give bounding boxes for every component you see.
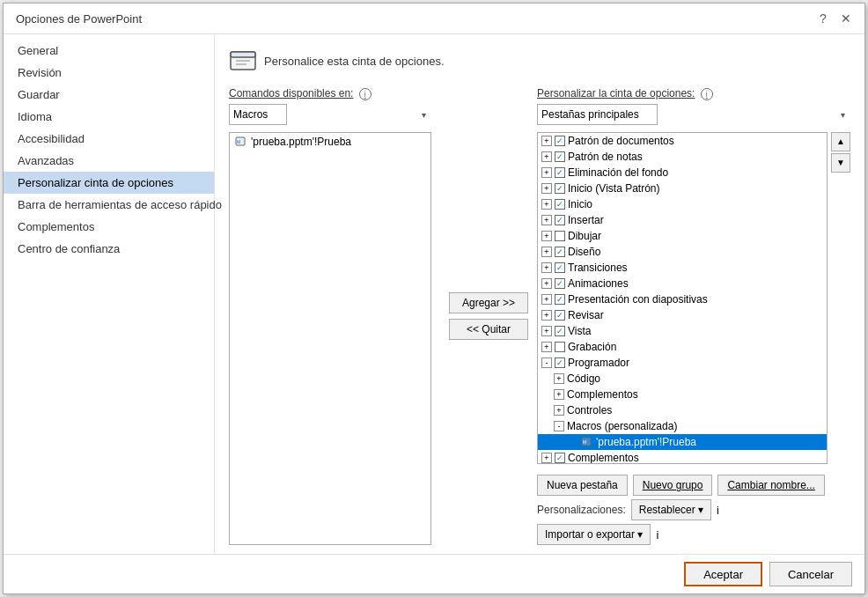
tree-item-complementos2[interactable]: +Complementos bbox=[538, 450, 827, 464]
tree-item-patron_notas[interactable]: +Patrón de notas bbox=[538, 149, 827, 165]
tree-checkbox[interactable] bbox=[555, 262, 565, 273]
left-info-icon[interactable]: i bbox=[359, 88, 371, 100]
tree-item-label: Patrón de notas bbox=[568, 151, 643, 163]
nueva-pestana-button[interactable]: Nueva pestaña bbox=[537, 475, 628, 496]
tree-item-insertar[interactable]: +Insertar bbox=[538, 212, 827, 228]
expand-icon[interactable]: + bbox=[554, 389, 564, 400]
ribbon-tree[interactable]: +Patrón de documentos+Patrón de notas+El… bbox=[537, 132, 828, 464]
help-button[interactable]: ? bbox=[813, 9, 833, 28]
accept-button[interactable]: Aceptar bbox=[684, 562, 762, 586]
tree-checkbox[interactable] bbox=[555, 326, 565, 336]
sidebar-item-revision[interactable]: Revisión bbox=[4, 62, 214, 84]
tree-item-controles[interactable]: +Controles bbox=[538, 402, 827, 418]
cancel-button[interactable]: Cancelar bbox=[769, 562, 852, 586]
tree-item-label: Animaciones bbox=[568, 277, 629, 290]
restablecer-dropdown[interactable]: Restablecer ▾ bbox=[631, 499, 711, 520]
scroll-up-button[interactable]: ▲ bbox=[831, 132, 850, 151]
tree-checkbox[interactable] bbox=[555, 294, 565, 305]
tree-item-macros_custom[interactable]: -Macros (personalizada) bbox=[538, 418, 827, 434]
sidebar-item-avanzadas[interactable]: Avanzadas bbox=[4, 150, 214, 172]
tree-item-presentacion[interactable]: +Presentación con diapositivas bbox=[538, 291, 827, 307]
expand-icon[interactable]: + bbox=[541, 326, 552, 336]
macro-list-item[interactable]: M 'prueba.pptm'!Prueba bbox=[230, 133, 430, 151]
sidebar-item-centro[interactable]: Centro de confianza bbox=[4, 238, 214, 260]
tree-item-label: Complementos bbox=[567, 388, 638, 401]
tree-item-macro_item[interactable]: M'prueba.pptm'!Prueba bbox=[538, 434, 827, 450]
right-col-inner: +Patrón de documentos+Patrón de notas+El… bbox=[537, 132, 850, 469]
tree-item-label: Inicio bbox=[568, 198, 592, 210]
commands-dropdown[interactable]: Macros bbox=[229, 104, 287, 125]
expand-icon[interactable]: + bbox=[541, 262, 552, 273]
nuevo-grupo-button[interactable]: Nuevo grupo bbox=[633, 475, 713, 496]
tree-checkbox[interactable] bbox=[555, 310, 565, 321]
close-button[interactable]: ✕ bbox=[836, 9, 856, 28]
tree-item-vista[interactable]: +Vista bbox=[538, 323, 827, 339]
expand-icon[interactable]: + bbox=[554, 405, 564, 416]
tree-item-label: Diseño bbox=[568, 246, 600, 258]
section-title: Personalice esta cinta de opciones. bbox=[264, 55, 445, 68]
tree-checkbox[interactable] bbox=[555, 247, 565, 257]
tree-checkbox[interactable] bbox=[555, 167, 565, 178]
tree-item-grabacion[interactable]: +Grabación bbox=[538, 339, 827, 355]
sidebar-item-guardar[interactable]: Guardar bbox=[4, 84, 214, 106]
expand-icon[interactable]: + bbox=[541, 247, 552, 257]
tree-checkbox[interactable] bbox=[555, 215, 565, 225]
import-info-icon[interactable]: i bbox=[656, 528, 658, 542]
tree-item-diseno[interactable]: +Diseño bbox=[538, 244, 827, 260]
scroll-down-button[interactable]: ▼ bbox=[831, 153, 850, 173]
tree-item-transiciones[interactable]: +Transiciones bbox=[538, 260, 827, 276]
tree-item-revisar[interactable]: +Revisar bbox=[538, 307, 827, 323]
tree-checkbox[interactable] bbox=[555, 453, 565, 463]
tree-item-complementos_sub[interactable]: +Complementos bbox=[538, 387, 827, 402]
tree-item-animaciones[interactable]: +Animaciones bbox=[538, 276, 827, 291]
expand-icon[interactable]: + bbox=[541, 310, 552, 321]
tree-item-label: Grabación bbox=[568, 341, 616, 353]
expand-icon[interactable]: + bbox=[554, 373, 564, 384]
sidebar-item-barra[interactable]: Barra de herramientas de acceso rápido bbox=[4, 194, 214, 216]
collapse-icon[interactable]: - bbox=[554, 421, 564, 431]
section-header: Personalice esta cinta de opciones. bbox=[229, 47, 850, 75]
tree-item-inicio[interactable]: +Inicio bbox=[538, 196, 827, 212]
tree-checkbox[interactable] bbox=[555, 151, 565, 162]
cambiar-nombre-button[interactable]: Cambiar nombre... bbox=[717, 475, 824, 496]
importar-dropdown[interactable]: Importar o exportar ▾ bbox=[537, 524, 651, 545]
personalizations-info-icon[interactable]: i bbox=[717, 504, 719, 517]
expand-icon[interactable]: + bbox=[541, 342, 552, 352]
tree-checkbox[interactable] bbox=[555, 199, 565, 210]
collapse-icon[interactable]: - bbox=[541, 357, 552, 368]
expand-icon[interactable]: + bbox=[541, 294, 552, 305]
remove-button[interactable]: << Quitar bbox=[449, 319, 528, 340]
tree-checkbox[interactable] bbox=[555, 136, 565, 146]
ribbon-tabs-dropdown[interactable]: Pestañas principales bbox=[537, 104, 658, 125]
sidebar-item-idioma[interactable]: Idioma bbox=[4, 106, 214, 128]
tree-checkbox[interactable] bbox=[555, 342, 565, 352]
sidebar-item-general[interactable]: General bbox=[4, 40, 214, 62]
tree-checkbox[interactable] bbox=[555, 357, 565, 368]
commands-listbox[interactable]: M 'prueba.pptm'!Prueba bbox=[229, 132, 431, 545]
expand-icon[interactable]: + bbox=[541, 215, 552, 225]
expand-icon[interactable]: + bbox=[541, 136, 552, 146]
tree-checkbox[interactable] bbox=[555, 183, 565, 194]
sidebar-item-accesibilidad[interactable]: Accesibilidad bbox=[4, 128, 214, 150]
add-button[interactable]: Agregar >> bbox=[449, 292, 528, 313]
tree-item-inicio_patron[interactable]: +Inicio (Vista Patrón) bbox=[538, 181, 827, 196]
expand-icon[interactable]: + bbox=[541, 167, 552, 178]
tree-checkbox[interactable] bbox=[555, 231, 565, 241]
right-column: Personalizar la cinta de opciones: i Pes… bbox=[537, 87, 850, 545]
right-info-icon[interactable]: i bbox=[701, 88, 713, 100]
sidebar-item-complementos[interactable]: Complementos bbox=[4, 216, 214, 238]
tree-item-patron_doc[interactable]: +Patrón de documentos bbox=[538, 133, 827, 149]
expand-icon[interactable]: + bbox=[541, 231, 552, 241]
expand-icon[interactable]: + bbox=[541, 151, 552, 162]
sidebar-item-personalizar[interactable]: Personalizar cinta de opciones bbox=[4, 172, 214, 194]
tree-item-programador[interactable]: -Programador bbox=[538, 355, 827, 371]
tree-item-codigo[interactable]: +Código bbox=[538, 371, 827, 387]
tree-item-elim_fondo[interactable]: +Eliminación del fondo bbox=[538, 165, 827, 181]
expand-icon[interactable]: + bbox=[541, 278, 552, 289]
expand-icon[interactable]: + bbox=[541, 453, 552, 463]
expand-icon[interactable]: + bbox=[541, 183, 552, 194]
tree-item-dibujar[interactable]: +Dibujar bbox=[538, 228, 827, 244]
tree-item-label: Eliminación del fondo bbox=[568, 166, 668, 179]
tree-checkbox[interactable] bbox=[555, 278, 565, 289]
expand-icon[interactable]: + bbox=[541, 199, 552, 210]
